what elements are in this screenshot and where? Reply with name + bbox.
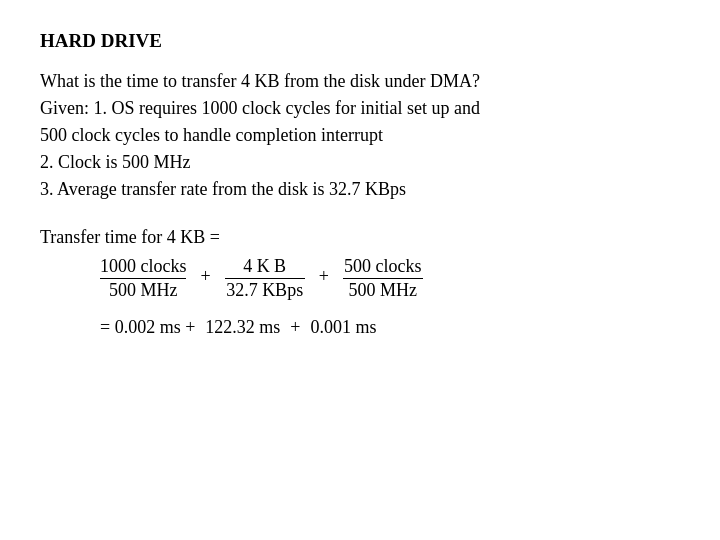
question-line2: Given: 1. OS requires 1000 clock cycles … (40, 95, 680, 122)
result-text-2: 122.32 ms (205, 317, 280, 338)
question-line5: 3. Average transfer rate from the disk i… (40, 176, 680, 203)
result-op3: + (290, 317, 300, 338)
fraction1-denominator: 500 MHz (103, 279, 183, 301)
fraction2-numerator: 4 K B (225, 256, 305, 279)
operator-2: + (315, 266, 333, 287)
transfer-label: Transfer time for 4 KB = (40, 227, 680, 248)
question-block: What is the time to transfer 4 KB from t… (40, 68, 680, 203)
fraction-3: 500 clocks 500 MHz (343, 256, 423, 301)
fraction-equation-row: 1000 clocks 500 MHz + 4 K B 32.7 KBps + … (100, 256, 680, 301)
fraction1-numerator: 1000 clocks (100, 256, 186, 279)
page-title: HARD DRIVE (40, 30, 680, 52)
fraction3-numerator: 500 clocks (343, 256, 423, 279)
result-text-1: = 0.002 ms + (100, 317, 195, 338)
question-line1: What is the time to transfer 4 KB from t… (40, 68, 680, 95)
question-line3: 500 clock cycles to handle completion in… (40, 122, 680, 149)
result-row: = 0.002 ms + 122.32 ms + 0.001 ms (100, 317, 680, 338)
fraction2-denominator: 32.7 KBps (225, 279, 305, 301)
fraction3-denominator: 500 MHz (343, 279, 423, 301)
fraction-2: 4 K B 32.7 KBps (225, 256, 305, 301)
page-container: HARD DRIVE What is the time to transfer … (0, 0, 720, 368)
result-text-3: 0.001 ms (310, 317, 376, 338)
transfer-section: Transfer time for 4 KB = 1000 clocks 500… (40, 227, 680, 338)
fraction-1: 1000 clocks 500 MHz (100, 256, 186, 301)
operator-1: + (196, 266, 214, 287)
question-line4: 2. Clock is 500 MHz (40, 149, 680, 176)
